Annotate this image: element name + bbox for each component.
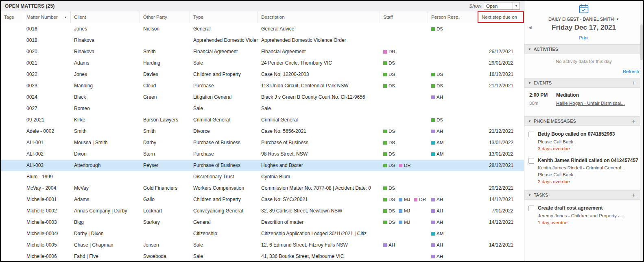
cell-description: Purchase of Business	[258, 137, 380, 148]
column-header-description[interactable]: Description	[258, 11, 380, 23]
collapse-caret-icon[interactable]: ▼	[528, 81, 531, 85]
staff-color-square	[383, 243, 387, 247]
cell-tags	[1, 205, 23, 217]
table-row[interactable]: 09-2021KirkeBurson LawyersCriminal Gener…	[1, 114, 524, 126]
table-row[interactable]: 0016JonesNielsonGeneralGeneral AdviceDS	[1, 23, 524, 35]
cell-type: Criminal General	[190, 114, 258, 126]
column-header-client[interactable]: Client	[71, 11, 140, 23]
cell-next_step_due: 21/12/2021	[478, 126, 524, 137]
column-header-label: Staff	[383, 15, 393, 19]
phone-message-item[interactable]: Betty Boop called on 0741852963Please Ca…	[528, 129, 639, 156]
cell-staff: DSMJ	[380, 205, 428, 217]
add-event-button[interactable]: +	[632, 80, 635, 86]
staff-color-square	[431, 141, 435, 145]
show-filter-dropdown-button[interactable]: ▼	[513, 2, 520, 10]
collapse-caret-icon[interactable]: ▼	[528, 193, 531, 197]
cell-tags	[1, 194, 23, 205]
scrollbar-thumb[interactable]	[640, 24, 643, 60]
cell-description: Black J v Green B County Court No: CI-12…	[258, 91, 380, 103]
staff-badge: DS	[383, 129, 395, 134]
staff-color-square	[431, 130, 435, 133]
previous-day-button[interactable]: ◀	[528, 25, 532, 30]
column-header-person-resp[interactable]: Person Resp.	[428, 11, 478, 23]
activities-section-header[interactable]: ▼ ACTIVITIES	[524, 44, 643, 54]
cell-next_step_due: 28/12/2021	[478, 160, 524, 171]
staff-badge: AM	[431, 152, 443, 156]
staff-badge: MJ	[399, 208, 410, 213]
table-row[interactable]: 0022JonesDaviesChildren and PropertyCase…	[1, 69, 524, 80]
phone-message-item[interactable]: Kenith James Rindell called on 041245745…	[528, 156, 639, 188]
staff-color-square	[431, 243, 435, 247]
table-row[interactable]: 0020RinakovaSmithFinancial AgreementFina…	[1, 46, 524, 57]
collapse-caret-icon[interactable]: ▼	[528, 119, 531, 123]
table-row[interactable]: ALI-002DixonSternPurchase98 Ross Street,…	[1, 148, 524, 160]
print-link[interactable]: Print	[524, 35, 643, 40]
sidebar-scrollbar[interactable]	[640, 1, 643, 261]
cell-next_step_due: 7/01/2022	[478, 205, 524, 217]
column-header-tags[interactable]: Tags	[1, 11, 23, 23]
cell-description: 32, 89 Carlisle Street, Newtown NSW	[258, 205, 380, 217]
table-row[interactable]: Michelle-0002Annas Company | DarbyLockha…	[1, 205, 524, 217]
staff-color-square	[431, 255, 435, 258]
cell-other_party: Peyser	[140, 160, 190, 171]
table-row[interactable]: 0027RomeoSaleSale	[1, 103, 524, 114]
column-header-type[interactable]: Type	[190, 11, 258, 23]
column-header-next-step-due-on[interactable]: Next step due on	[478, 11, 524, 23]
event-item[interactable]: 2:00 PM30mMediationHallie Hogan - Unfair…	[529, 92, 638, 106]
app-window: OPEN MATTERS (25) Show Open ▼ TagsMatter…	[0, 0, 644, 262]
phone-message-title: Kenith James Rindell called on 041245745…	[538, 157, 638, 164]
add-task-button[interactable]: +	[632, 192, 635, 198]
table-row[interactable]: Blum - 1999Discretionary TrustCynthia Bl…	[1, 171, 524, 182]
cell-other_party: Davies	[140, 69, 190, 80]
cell-client: Fahd | Five	[71, 251, 140, 261]
cell-person_resp: AH	[428, 91, 478, 103]
table-row[interactable]: 0021AdamsHardingSale24 Pender Circle, Th…	[1, 57, 524, 69]
table-row[interactable]: 0018RinakovaApprehended Domestic Violenc…	[1, 35, 524, 46]
event-time: 2:00 PM	[529, 92, 553, 98]
phone-messages-section-header[interactable]: ▼ PHONE MESSAGES +	[524, 116, 643, 126]
table-row[interactable]: Michelle-0004/Darby | DixonCitizenshipCi…	[1, 228, 524, 239]
refresh-link[interactable]: Refresh	[623, 69, 639, 74]
cell-type: Children and Property	[190, 194, 258, 205]
staff-color-square	[383, 164, 387, 167]
table-row[interactable]: 0024BlackGreenLitigation GeneralBlack J …	[1, 91, 524, 103]
column-header-matter-number[interactable]: Matter Number▲	[23, 11, 71, 23]
staff-badge: DR	[383, 49, 395, 54]
column-header-other-party[interactable]: Other Party	[140, 11, 190, 23]
staff-color-square	[399, 221, 402, 224]
table-row[interactable]: Michelle-0001AdamsGalloChildren and Prop…	[1, 194, 524, 205]
tasks-section-header[interactable]: ▼ TASKS +	[524, 190, 643, 200]
task-checkbox[interactable]	[528, 206, 534, 211]
cell-person_resp: AM	[428, 228, 478, 239]
show-filter-select[interactable]: Open	[484, 2, 513, 10]
task-matter-link[interactable]: Jeremy Jones - Children and Property -..…	[538, 213, 623, 218]
staff-badge: DS	[383, 186, 395, 191]
table-row[interactable]: Michelle-0006Fahd | FiveSwoebodaSale41, …	[1, 251, 524, 261]
cell-matter_number: Michelle-0005	[23, 239, 71, 251]
cell-person_resp: AH	[428, 251, 478, 261]
digest-selector[interactable]: DAILY DIGEST - DANIEL SMITH ▼	[524, 17, 643, 22]
table-row[interactable]: Michelle-0005Chase | ChapmanJensenSale12…	[1, 239, 524, 251]
cell-type: Sale	[190, 57, 258, 69]
sort-ascending-icon: ▲	[62, 15, 67, 19]
table-row[interactable]: Adele - 0002SmithSmithDivorceCase No: 56…	[1, 126, 524, 137]
events-section-header[interactable]: ▼ EVENTS +	[524, 78, 643, 88]
add-phone-message-button[interactable]: +	[632, 118, 635, 124]
phone-message-checkbox[interactable]	[528, 158, 534, 164]
phone-message-matter-link[interactable]: Kenith James Rindell - Criminal General.…	[538, 165, 638, 170]
table-row[interactable]: ALI-003AttenbroughPeyserPurchase of Busi…	[1, 160, 524, 171]
phone-message-checkbox[interactable]	[528, 132, 534, 137]
cell-description: 12, 6 Edmund Street, Fitzroy Falls NSW	[258, 239, 380, 251]
cell-staff	[380, 23, 428, 35]
task-item[interactable]: Create draft cost agreementJeremy Jones …	[528, 203, 639, 229]
table-row[interactable]: McVay - 2004McVayGold FinanciersWorkers …	[1, 182, 524, 194]
cell-client: Manning	[71, 80, 140, 91]
staff-badge: DS	[431, 72, 443, 77]
table-row[interactable]: ALI-001Moussa | SmithDarbyPurchase of Bu…	[1, 137, 524, 148]
column-header-staff[interactable]: Staff	[380, 11, 428, 23]
table-row[interactable]: 0023ManningCloudPurchase113 Union Circui…	[1, 80, 524, 91]
collapse-caret-icon[interactable]: ▼	[528, 48, 531, 51]
event-matter-link[interactable]: Hallie Hogan - Unfair Dismissal...	[556, 101, 638, 106]
table-row[interactable]: Michelle-0003BiggStarkeyGeneralDescritio…	[1, 217, 524, 228]
cell-next_step_due	[478, 23, 524, 35]
